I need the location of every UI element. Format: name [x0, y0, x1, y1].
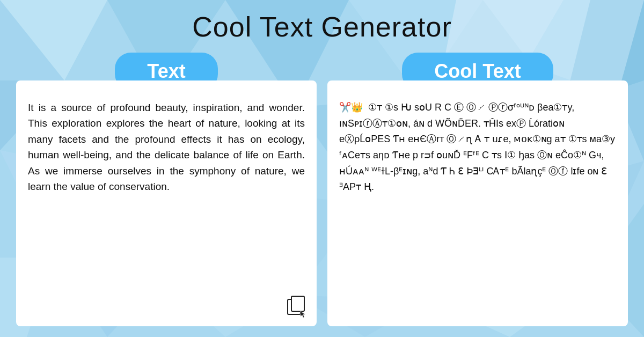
left-panel-text: It is a source of profound beauty, inspi… — [28, 100, 305, 195]
left-panel-content: It is a source of profound beauty, inspi… — [16, 80, 317, 326]
cool-text-output: ✂️👑 ①ᴛ ①ѕ Ƕ ѕᴏU R C Ⓔ Ⓞ⟋ Ⓟⓡσᶠᵒᵁᴺᴅ βea①ᴛy… — [339, 100, 616, 195]
copy-button[interactable] — [284, 294, 308, 320]
right-panel-content: ✂️👑 ①ᴛ ①ѕ Ƕ ѕᴏU R C Ⓔ Ⓞ⟋ Ⓟⓡσᶠᵒᵁᴺᴅ βea①ᴛy… — [327, 80, 628, 326]
left-panel: Text It is a source of profound beauty, … — [16, 53, 317, 326]
right-panel: Cool Text ✂️👑 ①ᴛ ①ѕ Ƕ ѕᴏU R C Ⓔ Ⓞ⟋ Ⓟⓡσᶠᵒ… — [327, 53, 628, 326]
copy-icon — [284, 294, 308, 318]
svg-marker-32 — [301, 311, 305, 318]
page-title: Cool Text Generator — [192, 11, 451, 43]
panels-row: Text It is a source of profound beauty, … — [16, 53, 628, 326]
svg-rect-31 — [291, 296, 304, 311]
